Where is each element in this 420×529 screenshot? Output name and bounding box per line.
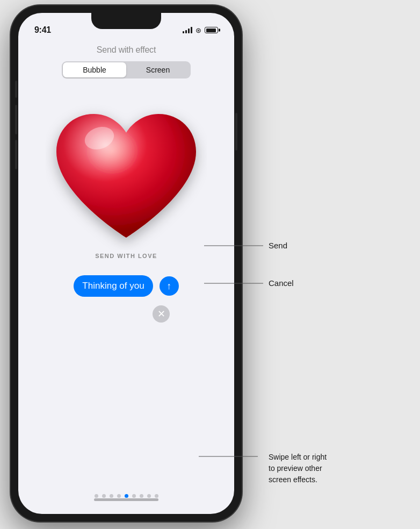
bubble-screen-segmented-control[interactable]: Bubble Screen [62,61,191,78]
dot-1 [95,494,98,498]
screen-tab[interactable]: Screen [126,62,190,77]
wifi-icon: ⊛ [195,26,201,34]
screen: 9:41 ⊛ Send with effect [18,13,234,514]
effect-preview-area: SEND WITH LOVE [35,87,218,270]
signal-bars-icon [183,27,192,33]
volume-down-button [15,140,17,169]
message-bubble: Thinking of you [74,275,153,297]
page-indicator [95,494,158,498]
swipe-annotation: Swipe left or rightto preview otherscree… [269,452,327,485]
dot-5-active [125,494,128,498]
dot-6 [132,494,136,498]
notch [91,13,161,29]
message-row: Thinking of you ↑ [74,275,178,297]
dot-4 [117,494,121,498]
dot-2 [102,494,106,498]
send-annotation: Send [269,241,287,250]
silent-switch [15,81,17,98]
volume-up-button [15,105,17,134]
dot-8 [147,494,151,498]
send-button[interactable]: ↑ [160,276,179,296]
dot-9 [155,494,158,498]
home-indicator [94,498,158,501]
status-icons: ⊛ [183,26,218,34]
phone-shell: 9:41 ⊛ Send with effect [11,5,242,521]
scene: 9:41 ⊛ Send with effect [0,0,420,529]
send-with-effect-title: Send with effect [97,45,156,55]
effect-label: SEND WITH LOVE [95,253,157,259]
power-button [235,113,237,151]
heart-animation [46,98,207,259]
cancel-annotation: Cancel [269,278,294,288]
bubble-tab[interactable]: Bubble [63,62,126,77]
status-time: 9:41 [34,25,51,35]
main-content: Send with effect Bubble Screen [18,40,234,514]
battery-icon [205,27,218,33]
cancel-button[interactable]: ✕ [153,305,170,323]
dot-7 [140,494,143,498]
dot-3 [110,494,113,498]
